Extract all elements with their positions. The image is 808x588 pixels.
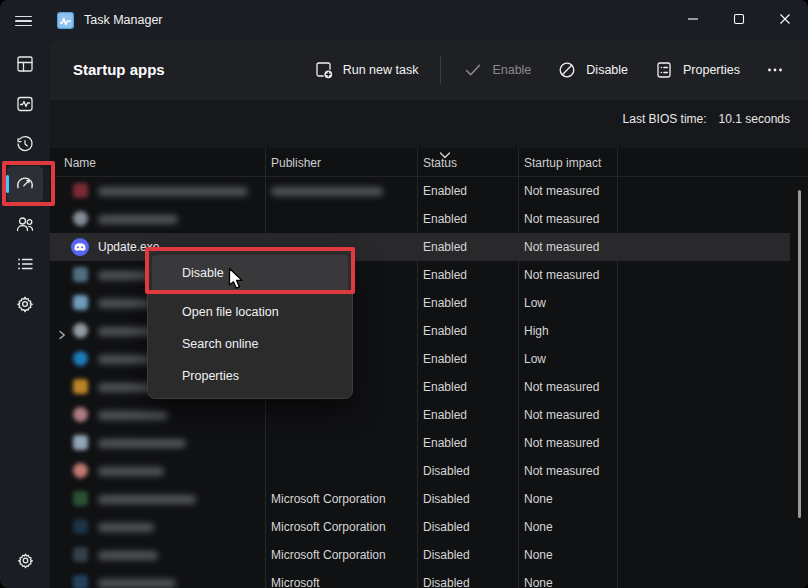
impact-cell: Not measured: [524, 457, 599, 485]
table-row[interactable]: Microsoft CorporationDisabledNone: [50, 513, 808, 541]
status-cell: Enabled: [423, 373, 467, 401]
impact-cell: Not measured: [524, 233, 599, 261]
menu-item-label: Properties: [182, 369, 239, 383]
minimize-button[interactable]: [670, 0, 716, 40]
toolbar-actions: Run new taskEnableDisableProperties: [302, 40, 796, 100]
impact-cell: Low: [524, 289, 546, 317]
app-name-redacted: [98, 579, 176, 588]
status-cell: Disabled: [423, 485, 470, 513]
sidebar-item-details[interactable]: [7, 246, 43, 282]
disable-icon: [557, 60, 577, 80]
window-title: Task Manager: [84, 0, 163, 40]
column-label: Name: [64, 156, 96, 170]
sidebar-item-performance[interactable]: [7, 86, 43, 122]
menu-item-label: Disable: [182, 266, 224, 280]
impact-cell: Not measured: [524, 429, 599, 457]
task-manager-window: Task Manager Startup apps Run new taskEn…: [0, 0, 808, 588]
status-cell: Enabled: [423, 401, 467, 429]
app-name-redacted: [98, 215, 178, 224]
sidebar-item-startup-apps[interactable]: [7, 166, 43, 202]
table-row[interactable]: EnabledNot measured: [50, 177, 808, 205]
properties-button[interactable]: Properties: [642, 52, 752, 88]
impact-cell: Not measured: [524, 401, 599, 429]
sidebar-item-app-history[interactable]: [7, 126, 43, 162]
table-row[interactable]: EnabledNot measured: [50, 205, 808, 233]
sort-chevron-icon: [439, 145, 451, 163]
menu-item-label: Open file location: [182, 305, 279, 319]
sidebar-item-users[interactable]: [7, 206, 43, 242]
titlebar: Task Manager: [0, 0, 808, 40]
toolbar-separator: [440, 56, 441, 84]
publisher-redacted: [271, 187, 383, 196]
status-cell: Disabled: [423, 569, 470, 588]
page-title: Startup apps: [73, 40, 165, 100]
context-menu-item-search-online[interactable]: Search online: [152, 328, 348, 360]
sidebar-item-settings[interactable]: [7, 542, 43, 578]
app-icon-redacted: [73, 491, 88, 506]
app-icon-redacted: [73, 575, 88, 588]
discord-icon: [71, 238, 89, 260]
last-bios-time: Last BIOS time:10.1 seconds: [623, 112, 790, 126]
impact-cell: None: [524, 485, 553, 513]
close-button[interactable]: [762, 0, 808, 40]
toolbar: Startup apps Run new taskEnableDisablePr…: [50, 40, 808, 100]
users-icon: [15, 214, 35, 234]
impact-cell: Not measured: [524, 205, 599, 233]
sidebar-item-services[interactable]: [7, 286, 43, 322]
button-label: Properties: [683, 63, 740, 77]
table-row[interactable]: Microsoft CorporationDisabledNone: [50, 541, 808, 569]
app-icon-redacted: [73, 379, 88, 394]
sidebar-item-processes[interactable]: [7, 46, 43, 82]
enable-button[interactable]: Enable: [451, 52, 543, 88]
table-row[interactable]: EnabledNot measured: [50, 401, 808, 429]
minimize-icon: [687, 11, 699, 29]
status-cell: Disabled: [423, 541, 470, 569]
menu-item-label: Search online: [182, 337, 258, 351]
disable-button[interactable]: Disable: [545, 52, 640, 88]
status-cell: Enabled: [423, 177, 467, 205]
status-cell: Disabled: [423, 513, 470, 541]
maximize-button[interactable]: [716, 0, 762, 40]
check-icon: [463, 60, 483, 80]
more-options-button[interactable]: [754, 53, 796, 87]
publisher-cell: Microsoft Corporation: [271, 541, 386, 569]
impact-cell: None: [524, 541, 553, 569]
expand-chevron-icon[interactable]: [58, 326, 66, 344]
impact-cell: Not measured: [524, 261, 599, 289]
app-name-redacted: [98, 411, 168, 420]
context-menu-item-open-file-location[interactable]: Open file location: [152, 296, 348, 328]
task-manager-logo-icon: [57, 12, 74, 29]
app-name-redacted: [98, 187, 248, 196]
hamburger-menu-button[interactable]: [12, 10, 40, 32]
app-icon-redacted: [73, 323, 88, 338]
table-row[interactable]: EnabledNot measured: [50, 429, 808, 457]
close-icon: [779, 11, 791, 29]
table-row[interactable]: DisabledNot measured: [50, 457, 808, 485]
app-icon-redacted: [73, 519, 88, 534]
context-menu-item-disable[interactable]: Disable: [152, 255, 348, 291]
app-name-redacted: [98, 551, 158, 560]
more-icon: [766, 61, 784, 79]
app-name-redacted: [98, 523, 154, 532]
app-icon-redacted: [73, 547, 88, 562]
table-header: NamePublisherStatusStartup impact: [50, 148, 808, 176]
status-cell: Enabled: [423, 429, 467, 457]
table-row[interactable]: MicrosoftDisabledNone: [50, 569, 808, 588]
app-icon-redacted: [73, 211, 88, 226]
impact-cell: None: [524, 513, 553, 541]
app-icon-redacted: [73, 463, 88, 478]
app-name-redacted: [98, 495, 196, 504]
processes-icon: [15, 54, 35, 74]
app-history-icon: [15, 134, 35, 154]
sidebar-nav: [0, 40, 50, 588]
impact-cell: None: [524, 569, 553, 588]
vertical-scrollbar[interactable]: [798, 190, 801, 518]
impact-cell: Not measured: [524, 373, 599, 401]
table-row[interactable]: Microsoft CorporationDisabledNone: [50, 485, 808, 513]
details-icon: [15, 254, 35, 274]
menu-separator: [149, 293, 351, 294]
app-name-redacted: [98, 439, 186, 448]
status-cell: Disabled: [423, 457, 470, 485]
run-new-task-button[interactable]: Run new task: [302, 52, 431, 88]
context-menu-item-properties[interactable]: Properties: [152, 360, 348, 392]
